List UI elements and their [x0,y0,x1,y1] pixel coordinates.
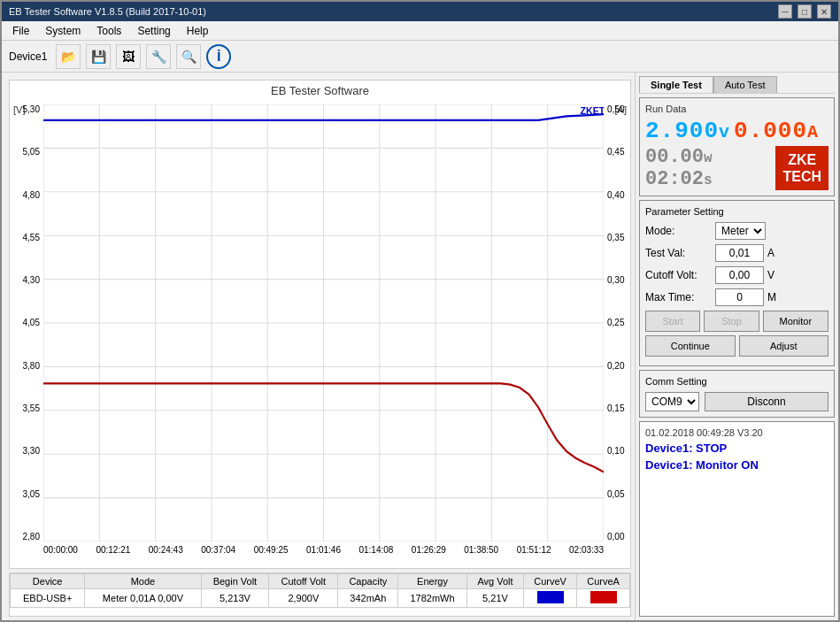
adjust-button[interactable]: Adjust [739,335,829,357]
continue-button[interactable]: Continue [645,335,736,357]
menu-file[interactable]: File [5,23,36,39]
run-time: 02:02s [645,168,713,190]
y-left-9: 3,05 [23,489,40,499]
y-right-6: 0,20 [607,361,624,371]
cell-device: EBD-USB+ [11,589,85,608]
run-data-box: Run Data 2.900v 0.000A 00.00w [639,97,835,196]
y-left-5: 4,05 [23,318,40,327]
cell-cutoff-volt: 2,900V [269,589,338,608]
cell-begin-volt: 5,213V [201,589,269,608]
close-button[interactable]: ✕ [817,4,831,19]
maximize-button[interactable]: □ [798,4,812,19]
results-table: Device Mode Begin Volt Cutoff Volt Capac… [10,573,630,608]
minimize-button[interactable]: ─ [778,4,792,19]
status-line2: Device1: STOP [645,442,828,455]
tools-button[interactable]: 🔧 [146,44,171,69]
run-watt: 00.00w [645,146,713,168]
menu-setting[interactable]: Setting [130,23,177,39]
chart-area: EB Tester Software [V] [A] 5,30 5,05 4,8… [9,80,631,569]
tab-single-test[interactable]: Single Test [639,76,713,93]
info-button[interactable]: i [206,44,231,69]
param-testval-unit: A [767,247,785,259]
title-bar: EB Tester Software V1.8.5 (Build 2017-10… [2,2,838,21]
mode-select[interactable]: Meter CC CP [715,222,766,240]
run-data-row1: 2.900v 0.000A [645,118,828,144]
y-right-7: 0,15 [607,403,624,413]
y-left-1: 5,05 [23,147,40,157]
y-axis-left: 5,30 5,05 4,80 4,55 4,30 4,05 3,80 3,55 … [10,104,43,541]
data-table: Device Mode Begin Volt Cutoff Volt Capac… [9,572,631,617]
cell-mode: Meter 0,01A 0,00V [85,589,201,608]
param-cutoff-unit: V [767,269,785,281]
status-box: 01.02.2018 00:49:28 V3.20 Device1: STOP … [639,421,835,617]
param-cutoff-label: Cutoff Volt: [645,269,712,281]
tab-bar: Single Test Auto Test [639,76,835,94]
right-panel: Single Test Auto Test Run Data 2.900v 0.… [635,73,838,620]
menu-tools[interactable]: Tools [89,23,128,39]
zke-logo: ZKE TECH [775,146,828,190]
start-button[interactable]: Start [645,311,700,332]
chart-title: EB Tester Software [10,81,630,101]
run-data-row2: 00.00w 02:02s ZKE TECH [645,146,828,190]
col-curvev: CurveV [524,574,577,589]
test-val-input[interactable] [715,244,764,262]
curvea-swatch [590,591,617,603]
y-left-3: 4,55 [23,233,40,242]
open-button[interactable]: 📂 [56,44,81,69]
disconnect-button[interactable]: Disconn [705,392,828,411]
chart-svg: ZKETECH [43,104,604,541]
window-title: EB Tester Software V1.8.5 (Build 2017-10… [9,6,206,17]
x-axis: 00:00:00 00:12:21 00:24:43 00:37:04 00:4… [43,541,604,568]
y-left-7: 3,55 [23,403,40,413]
comm-row: COM9 COM1 COM2 COM3 Disconn [645,392,828,411]
y-right-1: 0,45 [607,147,624,157]
y-right-9: 0,05 [607,489,624,499]
monitor-button[interactable]: Monitor [763,311,828,332]
y-left-10: 2,80 [23,532,40,541]
y-right-0: 0,50 [607,104,624,114]
menu-help[interactable]: Help [180,23,216,39]
chart-wrapper: [V] [A] 5,30 5,05 4,80 4,55 4,30 4,05 3,… [10,101,630,568]
param-maxtime-unit: M [767,291,785,303]
comm-title: Comm Setting [645,376,828,387]
y-right-8: 0,10 [607,446,624,456]
save-button[interactable]: 💾 [86,44,111,69]
cell-energy: 1782mWh [398,589,467,608]
y-right-4: 0,30 [607,275,624,285]
cell-curvev [524,589,577,608]
stop-button[interactable]: Stop [704,311,759,332]
screenshot-button[interactable]: 🖼 [116,44,141,69]
menu-bar: File System Tools Setting Help [2,21,838,41]
status-line3: Device1: Monitor ON [645,458,828,472]
param-maxtime-row: Max Time: M [645,288,828,306]
curvev-swatch [537,591,564,603]
y-left-2: 4,80 [23,190,40,200]
col-avg-volt: Avg Volt [466,574,523,589]
col-device: Device [11,574,85,589]
y-left-0: 5,30 [23,104,40,114]
max-time-input[interactable] [715,288,764,306]
col-cutoff-volt: Cutoff Volt [269,574,338,589]
y-right-5: 0,25 [607,318,624,327]
table-row: EBD-USB+ Meter 0,01A 0,00V 5,213V 2,900V… [11,589,630,608]
toolbar: Device1 📂 💾 🖼 🔧 🔍 i [2,41,838,73]
btn-row-2: Continue Adjust [645,335,828,357]
y-axis-right: 0,50 0,45 0,40 0,35 0,30 0,25 0,20 0,15 … [604,104,630,541]
col-begin-volt: Begin Volt [201,574,269,589]
cutoff-volt-input[interactable] [715,266,764,284]
tab-auto-test[interactable]: Auto Test [713,76,777,93]
param-title: Parameter Setting [645,206,828,217]
com-port-select[interactable]: COM9 COM1 COM2 COM3 [645,392,699,411]
zoom-button[interactable]: 🔍 [176,44,201,69]
run-data-title: Run Data [645,104,828,114]
param-mode-row: Mode: Meter CC CP [645,222,828,240]
y-right-2: 0,40 [607,190,624,200]
y-left-6: 3,80 [23,361,40,371]
menu-system[interactable]: System [38,23,88,39]
cell-curvea [577,589,630,608]
col-capacity: Capacity [338,574,398,589]
col-mode: Mode [85,574,201,589]
param-testval-row: Test Val: A [645,244,828,262]
window-controls: ─ □ ✕ [778,4,831,19]
status-line1: 01.02.2018 00:49:28 V3.20 [645,427,828,438]
